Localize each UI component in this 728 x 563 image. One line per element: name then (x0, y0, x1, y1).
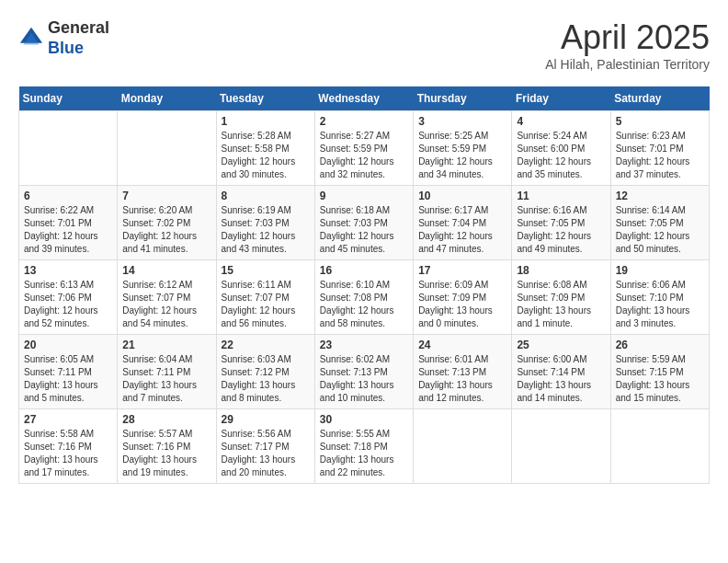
day-info: Sunrise: 6:17 AM Sunset: 7:04 PM Dayligh… (418, 204, 506, 256)
calendar-cell: 9Sunrise: 6:18 AM Sunset: 7:03 PM Daylig… (314, 186, 413, 260)
day-info: Sunrise: 5:56 AM Sunset: 7:17 PM Dayligh… (222, 428, 310, 479)
day-number: 25 (517, 339, 605, 351)
day-number: 22 (222, 339, 310, 351)
logo: General Blue (18, 18, 109, 58)
day-info: Sunrise: 5:28 AM Sunset: 5:58 PM Dayligh… (222, 130, 310, 181)
calendar-cell: 2Sunrise: 5:27 AM Sunset: 5:59 PM Daylig… (314, 111, 413, 186)
day-info: Sunrise: 6:03 AM Sunset: 7:12 PM Dayligh… (222, 353, 310, 405)
calendar-cell (118, 111, 216, 186)
calendar-cell: 16Sunrise: 6:10 AM Sunset: 7:08 PM Dayli… (314, 260, 413, 335)
calendar-cell: 30Sunrise: 5:55 AM Sunset: 7:18 PM Dayli… (314, 409, 413, 484)
calendar-week-3: 13Sunrise: 6:13 AM Sunset: 7:06 PM Dayli… (19, 260, 710, 335)
calendar-cell: 11Sunrise: 6:16 AM Sunset: 7:05 PM Dayli… (512, 186, 610, 260)
weekday-header-monday: Monday (118, 86, 216, 111)
calendar-cell: 21Sunrise: 6:04 AM Sunset: 7:11 PM Dayli… (118, 335, 216, 409)
day-number: 15 (222, 264, 310, 277)
day-info: Sunrise: 5:27 AM Sunset: 5:59 PM Dayligh… (320, 130, 408, 181)
calendar-cell (610, 409, 709, 484)
day-number: 4 (517, 115, 605, 128)
day-info: Sunrise: 6:09 AM Sunset: 7:09 PM Dayligh… (418, 279, 506, 330)
day-info: Sunrise: 6:19 AM Sunset: 7:03 PM Dayligh… (222, 204, 310, 256)
day-number: 12 (616, 190, 704, 202)
calendar-cell: 24Sunrise: 6:01 AM Sunset: 7:13 PM Dayli… (414, 335, 512, 409)
day-info: Sunrise: 6:10 AM Sunset: 7:08 PM Dayligh… (320, 279, 408, 330)
weekday-header-tuesday: Tuesday (216, 86, 314, 111)
calendar-week-2: 6Sunrise: 6:22 AM Sunset: 7:01 PM Daylig… (19, 186, 710, 260)
calendar-cell: 7Sunrise: 6:20 AM Sunset: 7:02 PM Daylig… (118, 186, 216, 260)
day-number: 17 (418, 264, 506, 277)
weekday-header-wednesday: Wednesday (314, 86, 413, 111)
calendar-cell: 6Sunrise: 6:22 AM Sunset: 7:01 PM Daylig… (19, 186, 118, 260)
day-number: 29 (222, 413, 310, 426)
day-info: Sunrise: 6:02 AM Sunset: 7:13 PM Dayligh… (320, 353, 408, 405)
weekday-header-thursday: Thursday (414, 86, 512, 111)
day-number: 27 (24, 413, 112, 426)
day-number: 26 (616, 339, 704, 351)
day-number: 11 (517, 190, 605, 202)
calendar-cell: 12Sunrise: 6:14 AM Sunset: 7:05 PM Dayli… (610, 186, 709, 260)
day-number: 1 (222, 115, 310, 128)
weekday-header-row: SundayMondayTuesdayWednesdayThursdayFrid… (19, 86, 710, 111)
day-info: Sunrise: 6:16 AM Sunset: 7:05 PM Dayligh… (517, 204, 605, 256)
calendar-cell: 8Sunrise: 6:19 AM Sunset: 7:03 PM Daylig… (216, 186, 314, 260)
day-info: Sunrise: 6:05 AM Sunset: 7:11 PM Dayligh… (24, 353, 112, 405)
day-info: Sunrise: 6:13 AM Sunset: 7:06 PM Dayligh… (24, 279, 112, 330)
day-info: Sunrise: 5:55 AM Sunset: 7:18 PM Dayligh… (320, 428, 408, 479)
logo-general: General (48, 18, 109, 37)
day-info: Sunrise: 5:59 AM Sunset: 7:15 PM Dayligh… (616, 353, 704, 405)
day-number: 13 (24, 264, 112, 277)
calendar-cell: 20Sunrise: 6:05 AM Sunset: 7:11 PM Dayli… (19, 335, 118, 409)
calendar-cell: 28Sunrise: 5:57 AM Sunset: 7:16 PM Dayli… (118, 409, 216, 484)
day-number: 6 (24, 190, 112, 202)
calendar-cell (414, 409, 512, 484)
calendar-cell: 14Sunrise: 6:12 AM Sunset: 7:07 PM Dayli… (118, 260, 216, 335)
month-title: April 2025 (545, 18, 710, 57)
calendar-cell: 22Sunrise: 6:03 AM Sunset: 7:12 PM Dayli… (216, 335, 314, 409)
day-info: Sunrise: 6:08 AM Sunset: 7:09 PM Dayligh… (517, 279, 605, 330)
day-info: Sunrise: 6:00 AM Sunset: 7:14 PM Dayligh… (517, 353, 605, 405)
weekday-header-sunday: Sunday (19, 86, 118, 111)
day-number: 16 (320, 264, 408, 277)
day-info: Sunrise: 6:01 AM Sunset: 7:13 PM Dayligh… (418, 353, 506, 405)
calendar-cell: 5Sunrise: 6:23 AM Sunset: 7:01 PM Daylig… (610, 111, 709, 186)
day-info: Sunrise: 6:04 AM Sunset: 7:11 PM Dayligh… (122, 353, 210, 405)
day-info: Sunrise: 5:24 AM Sunset: 6:00 PM Dayligh… (517, 130, 605, 181)
day-number: 8 (222, 190, 310, 202)
page-header: General Blue April 2025 Al Hilah, Palest… (18, 18, 710, 72)
day-info: Sunrise: 6:14 AM Sunset: 7:05 PM Dayligh… (616, 204, 704, 256)
day-number: 7 (122, 190, 210, 202)
calendar-week-5: 27Sunrise: 5:58 AM Sunset: 7:16 PM Dayli… (19, 409, 710, 484)
calendar-week-4: 20Sunrise: 6:05 AM Sunset: 7:11 PM Dayli… (19, 335, 710, 409)
day-info: Sunrise: 5:57 AM Sunset: 7:16 PM Dayligh… (122, 428, 210, 479)
calendar-cell (512, 409, 610, 484)
weekday-header-saturday: Saturday (610, 86, 709, 111)
day-number: 24 (418, 339, 506, 351)
calendar-cell (19, 111, 118, 186)
day-number: 10 (418, 190, 506, 202)
day-number: 23 (320, 339, 408, 351)
day-info: Sunrise: 6:23 AM Sunset: 7:01 PM Dayligh… (616, 130, 704, 181)
location-subtitle: Al Hilah, Palestinian Territory (545, 57, 710, 72)
calendar-cell: 17Sunrise: 6:09 AM Sunset: 7:09 PM Dayli… (414, 260, 512, 335)
calendar-cell: 26Sunrise: 5:59 AM Sunset: 7:15 PM Dayli… (610, 335, 709, 409)
calendar-cell: 13Sunrise: 6:13 AM Sunset: 7:06 PM Dayli… (19, 260, 118, 335)
calendar-cell: 19Sunrise: 6:06 AM Sunset: 7:10 PM Dayli… (610, 260, 709, 335)
day-number: 18 (517, 264, 605, 277)
day-info: Sunrise: 5:25 AM Sunset: 5:59 PM Dayligh… (418, 130, 506, 181)
day-info: Sunrise: 5:58 AM Sunset: 7:16 PM Dayligh… (24, 428, 112, 479)
weekday-header-friday: Friday (512, 86, 610, 111)
calendar-week-1: 1Sunrise: 5:28 AM Sunset: 5:58 PM Daylig… (19, 111, 710, 186)
calendar-cell: 18Sunrise: 6:08 AM Sunset: 7:09 PM Dayli… (512, 260, 610, 335)
day-number: 20 (24, 339, 112, 351)
day-info: Sunrise: 6:06 AM Sunset: 7:10 PM Dayligh… (616, 279, 704, 330)
calendar-cell: 29Sunrise: 5:56 AM Sunset: 7:17 PM Dayli… (216, 409, 314, 484)
day-number: 19 (616, 264, 704, 277)
day-number: 21 (122, 339, 210, 351)
day-number: 28 (122, 413, 210, 426)
title-area: April 2025 Al Hilah, Palestinian Territo… (545, 18, 710, 72)
calendar-cell: 27Sunrise: 5:58 AM Sunset: 7:16 PM Dayli… (19, 409, 118, 484)
day-info: Sunrise: 6:11 AM Sunset: 7:07 PM Dayligh… (222, 279, 310, 330)
calendar-cell: 25Sunrise: 6:00 AM Sunset: 7:14 PM Dayli… (512, 335, 610, 409)
day-info: Sunrise: 6:12 AM Sunset: 7:07 PM Dayligh… (122, 279, 210, 330)
logo-blue: Blue (48, 39, 84, 57)
